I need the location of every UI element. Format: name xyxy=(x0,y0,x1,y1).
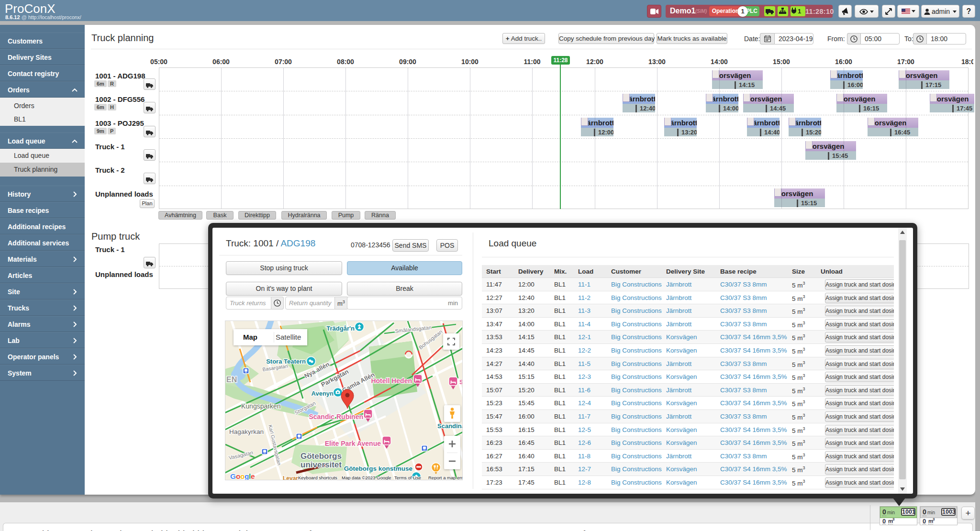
svg-text:Göteborgs konstmuse: Göteborgs konstmuse xyxy=(344,465,413,472)
svg-text:Hagakyrkan: Hagakyrkan xyxy=(229,428,264,435)
svg-text:universitet: universitet xyxy=(301,460,342,469)
svg-text:Kungsparken: Kungsparken xyxy=(241,402,281,410)
svg-text:Scandina: Scandina xyxy=(437,422,463,430)
svg-text:e: e xyxy=(251,472,255,480)
svg-text:Avenyn: Avenyn xyxy=(312,390,334,397)
svg-text:Trädgår'n: Trädgår'n xyxy=(326,325,355,332)
svg-text:Terms of Use: Terms of Use xyxy=(394,475,421,480)
svg-text:Sc: Sc xyxy=(459,378,463,386)
svg-text:Göteborgs: Göteborgs xyxy=(301,452,342,461)
svg-text:Scandic Rubinen: Scandic Rubinen xyxy=(309,413,363,420)
svg-text:Report a map error: Report a map error xyxy=(428,475,463,480)
svg-text:Elite Park Avenue: Elite Park Avenue xyxy=(325,440,381,447)
svg-text:Map data ©2023 Google: Map data ©2023 Google xyxy=(342,475,391,480)
svg-text:Stora Teatern: Stora Teatern xyxy=(266,358,306,365)
svg-text:Levan: Levan xyxy=(283,475,300,480)
svg-text:EN: EN xyxy=(226,376,237,384)
svg-text:Keyboard shortcuts: Keyboard shortcuts xyxy=(298,475,337,480)
svg-text:G: G xyxy=(230,472,236,480)
svg-text:Hotell Heden: Hotell Heden xyxy=(371,377,412,385)
